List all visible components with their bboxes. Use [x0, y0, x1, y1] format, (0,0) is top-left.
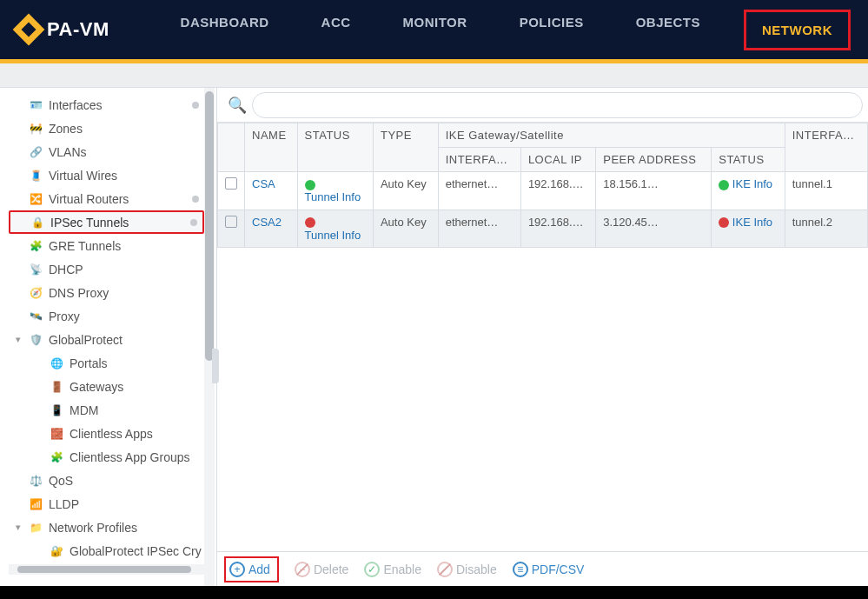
chevron-down-icon: ▾: [16, 334, 28, 345]
sidebar-item-dhcp[interactable]: 📡DHCP: [9, 257, 204, 281]
col-tunnel-iface[interactable]: INTERFA…: [785, 123, 867, 172]
tunnel-name-link[interactable]: CSA: [252, 177, 275, 190]
nav-policies[interactable]: POLICIES: [511, 10, 593, 50]
sidebar-label: MDM: [70, 403, 98, 417]
sidebar-label: IPSec Tunnels: [50, 216, 129, 230]
status-dot-icon: [719, 217, 729, 228]
nav-acc[interactable]: ACC: [313, 10, 360, 50]
clientless-groups-icon: 🧩: [49, 451, 64, 463]
add-button[interactable]: +Add: [224, 556, 279, 582]
sidebar-item-gateways[interactable]: 🚪Gateways: [9, 375, 204, 398]
sidebar-item-lldp[interactable]: 📶LLDP: [9, 492, 204, 516]
interfaces-icon: 🪪: [28, 99, 43, 111]
delete-button[interactable]: −Delete: [295, 562, 348, 577]
ike-info-link[interactable]: IKE Info: [732, 216, 772, 229]
sidebar-item-interfaces[interactable]: 🪪Interfaces: [9, 93, 204, 116]
sub-bar: [0, 63, 868, 88]
action-label: Add: [248, 562, 270, 576]
sidebar-item-virtual-routers[interactable]: 🔀Virtual Routers: [9, 187, 204, 210]
col-ike-local-ip[interactable]: LOCAL IP: [520, 148, 595, 172]
ipsec-icon: 🔒: [30, 216, 45, 229]
sidebar-collapse-handle[interactable]: [212, 349, 219, 383]
brand-text: PA-VM: [47, 18, 109, 41]
action-label: Delete: [314, 562, 348, 576]
sidebar-item-vlans[interactable]: 🔗VLANs: [9, 140, 204, 163]
cell-tunnel-iface: tunnel.2: [785, 210, 867, 248]
nav-monitor[interactable]: MONITOR: [394, 10, 476, 50]
col-ike-status[interactable]: STATUS: [712, 148, 785, 172]
col-status[interactable]: STATUS: [297, 123, 373, 172]
brand-logo: PA-VM: [17, 18, 109, 41]
status-dot-icon: [305, 180, 315, 190]
sidebar-item-clientless-groups[interactable]: 🧩Clientless App Groups: [9, 445, 204, 469]
sidebar-item-clientless-apps[interactable]: 🧱Clientless Apps: [9, 422, 204, 445]
nav-dashboard[interactable]: DASHBOARD: [172, 10, 278, 50]
sidebar-hscroll-track[interactable]: [9, 564, 204, 575]
sidebar-item-zones[interactable]: 🚧Zones: [9, 116, 204, 140]
sidebar-label: GRE Tunnels: [49, 239, 121, 253]
sidebar-label: Clientless App Groups: [70, 450, 190, 464]
ipsec-tunnels-table: NAME STATUS TYPE IKE Gateway/Satellite I…: [217, 123, 868, 248]
gre-icon: 🧩: [28, 240, 43, 252]
search-row: 🔍: [217, 88, 868, 123]
sidebar-group-network-profiles[interactable]: ▾📁Network Profiles: [9, 516, 204, 539]
change-dot-icon: [192, 102, 199, 109]
sidebar-item-mdm[interactable]: 📱MDM: [9, 398, 204, 422]
clientless-apps-icon: 🧱: [49, 428, 64, 440]
sidebar-item-ipsec-tunnels[interactable]: 🔒IPSec Tunnels: [9, 210, 204, 234]
sidebar-item-gre-tunnels[interactable]: 🧩GRE Tunnels: [9, 234, 204, 257]
sidebar-item-virtual-wires[interactable]: 🧵Virtual Wires: [9, 163, 204, 187]
sidebar-label: Portals: [70, 356, 108, 370]
sidebar-label: GlobalProtect: [49, 333, 123, 347]
sidebar-label: Gateways: [70, 380, 123, 394]
action-label: PDF/CSV: [532, 562, 585, 576]
vlans-icon: 🔗: [28, 146, 43, 158]
tunnel-name-link[interactable]: CSA2: [252, 216, 282, 229]
table-row[interactable]: CSATunnel InfoAuto Keyethernet…192.168.……: [218, 172, 868, 210]
sidebar-label: Clientless Apps: [70, 427, 153, 441]
col-name[interactable]: NAME: [245, 123, 298, 172]
sidebar-item-dns-proxy[interactable]: 🧭DNS Proxy: [9, 281, 204, 304]
search-input[interactable]: [252, 92, 863, 118]
footer-strip: [0, 586, 868, 599]
sidebar-item-gp-ipsec-crypto[interactable]: 🔐GlobalProtect IPSec Cry: [9, 539, 204, 562]
cell-local-ip: 192.168.…: [520, 172, 595, 210]
globalprotect-icon: 🛡️: [28, 334, 43, 346]
zones-icon: 🚧: [28, 123, 43, 135]
enable-button[interactable]: ✓Enable: [364, 562, 421, 577]
check-circle-icon: ✓: [364, 562, 380, 577]
row-checkbox[interactable]: [225, 177, 237, 190]
sidebar-label: Interfaces: [49, 98, 102, 112]
dhcp-icon: 📡: [28, 263, 43, 276]
sidebar-hscroll-thumb[interactable]: [17, 566, 191, 573]
col-ike-peer[interactable]: PEER ADDRESS: [596, 148, 712, 172]
slash-circle-icon: [437, 562, 453, 577]
tunnel-info-link[interactable]: Tunnel Info: [305, 229, 366, 243]
sidebar-label: DNS Proxy: [49, 286, 109, 300]
col-ike-interface[interactable]: INTERFA…: [438, 148, 520, 172]
table-row[interactable]: CSA2Tunnel InfoAuto Keyethernet…192.168.…: [218, 210, 868, 248]
disable-button[interactable]: Disable: [437, 562, 497, 577]
tunnel-info-link[interactable]: Tunnel Info: [305, 190, 366, 204]
sidebar-label: Network Profiles: [49, 521, 137, 535]
nav-objects[interactable]: OBJECTS: [627, 10, 709, 50]
change-dot-icon: [190, 219, 197, 226]
col-type[interactable]: TYPE: [373, 123, 438, 172]
sidebar-scrollbar-thumb[interactable]: [205, 91, 214, 361]
brand-mark-icon: [13, 14, 45, 46]
sidebar-label: DHCP: [49, 263, 83, 276]
sidebar-item-proxy[interactable]: 🛰️Proxy: [9, 304, 204, 328]
cell-interface: ethernet…: [438, 172, 520, 210]
row-checkbox[interactable]: [225, 216, 237, 228]
sidebar-item-portals[interactable]: 🌐Portals: [9, 351, 204, 375]
network-profiles-icon: 📁: [28, 522, 43, 534]
ike-info-link[interactable]: IKE Info: [732, 177, 772, 190]
nav-network[interactable]: NETWORK: [744, 10, 851, 50]
sidebar: 🪪Interfaces 🚧Zones 🔗VLANs 🧵Virtual Wires…: [0, 88, 217, 586]
sidebar-label: Virtual Wires: [49, 169, 117, 183]
pdf-csv-button[interactable]: ≡PDF/CSV: [513, 562, 585, 577]
sidebar-item-qos[interactable]: ⚖️QoS: [9, 469, 204, 492]
sidebar-group-globalprotect[interactable]: ▾🛡️GlobalProtect: [9, 328, 204, 351]
mdm-icon: 📱: [49, 404, 64, 416]
qos-icon: ⚖️: [28, 475, 43, 487]
